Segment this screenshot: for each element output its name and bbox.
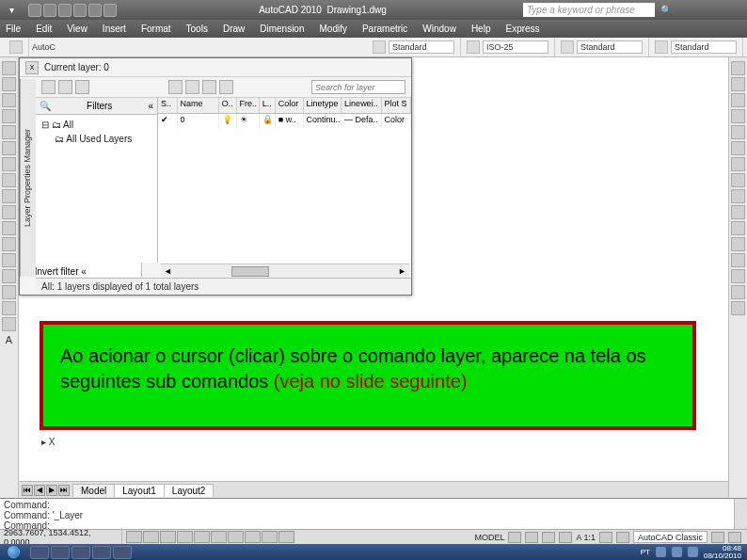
clean-screen-icon[interactable] xyxy=(728,532,741,543)
status-icon-1[interactable] xyxy=(508,532,521,543)
tab-layout1[interactable]: Layout1 xyxy=(114,484,165,497)
tab-last-icon[interactable]: ⏭ xyxy=(58,485,70,496)
layer-row-0[interactable]: ✔ 0 💡 ☀ 🔓 ■ w.. Continu.. — Defa.. Color xyxy=(158,114,411,129)
status-icon-2[interactable] xyxy=(525,532,538,543)
tab-model[interactable]: Model xyxy=(72,484,115,497)
pline-tool-icon[interactable] xyxy=(2,93,16,107)
col-lineweight[interactable]: Linewei.. xyxy=(342,98,381,113)
xline-tool-icon[interactable] xyxy=(2,77,16,91)
table-style-select[interactable]: Standard xyxy=(577,40,643,54)
layer-search-input[interactable] xyxy=(311,80,405,94)
lang-indicator[interactable]: PT xyxy=(641,548,650,556)
menu-draw[interactable]: Draw xyxy=(223,24,245,34)
menu-parametric[interactable]: Parametric xyxy=(362,24,407,34)
tab-prev-icon[interactable]: ◀ xyxy=(34,485,45,496)
tool-icon[interactable] xyxy=(9,40,23,54)
new-filter-icon[interactable] xyxy=(168,80,183,94)
chamfer-tool-icon[interactable] xyxy=(731,269,745,283)
region-tool-icon[interactable] xyxy=(2,301,16,315)
rotate-tool-icon[interactable] xyxy=(731,157,745,171)
menu-express[interactable]: Express xyxy=(505,24,539,34)
table-tool-icon[interactable] xyxy=(2,317,16,331)
filter-all-used[interactable]: 🗂 All Used Layers xyxy=(41,132,151,146)
scale-tool-icon[interactable] xyxy=(731,173,745,187)
line-tool-icon[interactable] xyxy=(2,61,16,75)
dyn-toggle[interactable] xyxy=(245,531,261,543)
ellipse-tool-icon[interactable] xyxy=(2,205,16,219)
spline-tool-icon[interactable] xyxy=(2,189,16,203)
array-tool-icon[interactable] xyxy=(731,125,745,139)
explode-tool-icon[interactable] xyxy=(731,301,745,315)
app-menu-icon[interactable]: ▾ xyxy=(0,5,23,15)
anno-scale-label[interactable]: A 1:1 xyxy=(576,533,596,542)
block-tool-icon[interactable] xyxy=(2,237,16,251)
layer-states-icon[interactable] xyxy=(202,80,216,94)
taskbar-explorer-icon[interactable] xyxy=(51,546,70,559)
text-style-icon[interactable] xyxy=(373,40,386,54)
taskbar-ie-icon[interactable] xyxy=(30,546,49,559)
col-linetype[interactable]: Linetype xyxy=(304,98,342,113)
point-tool-icon[interactable] xyxy=(2,253,16,267)
panel-title-tab[interactable]: Layer Properties Manager xyxy=(20,79,36,277)
workspace-icon[interactable] xyxy=(616,532,629,543)
command-scrollbar[interactable] xyxy=(734,499,747,529)
rect-tool-icon[interactable] xyxy=(2,125,16,139)
new-layer-vp-icon[interactable] xyxy=(58,80,72,94)
tray-vol-icon[interactable] xyxy=(688,547,698,557)
qat-undo-icon[interactable] xyxy=(73,4,87,17)
polar-toggle[interactable] xyxy=(177,531,193,543)
join-tool-icon[interactable] xyxy=(731,253,745,267)
arc-tool-icon[interactable] xyxy=(2,141,16,155)
lock-icon[interactable] xyxy=(559,532,572,543)
otrack-toggle[interactable] xyxy=(211,531,227,543)
qat-save-icon[interactable] xyxy=(58,4,72,17)
refresh-icon[interactable] xyxy=(219,80,233,94)
text-tool-icon[interactable]: A xyxy=(2,333,16,348)
tray-flag-icon[interactable] xyxy=(656,547,666,557)
tab-layout2[interactable]: Layout2 xyxy=(164,484,215,497)
workspace-select[interactable]: AutoCAD Classic xyxy=(633,531,707,543)
stretch-tool-icon[interactable] xyxy=(731,189,745,203)
menu-modify[interactable]: Modify xyxy=(320,24,347,34)
grid-toggle[interactable] xyxy=(143,531,159,543)
truncated-tab[interactable]: AutoC xyxy=(29,42,58,52)
fillet-tool-icon[interactable] xyxy=(731,285,745,299)
offset-tool-icon[interactable] xyxy=(731,109,745,123)
hatch-tool-icon[interactable] xyxy=(2,269,16,283)
anno-vis-icon[interactable] xyxy=(599,532,612,543)
polygon-tool-icon[interactable] xyxy=(2,109,16,123)
menu-help[interactable]: Help xyxy=(471,24,491,34)
menu-edit[interactable]: Edit xyxy=(36,24,52,34)
collapse-filters-icon[interactable]: « xyxy=(148,101,153,111)
mleader-style-icon[interactable] xyxy=(655,40,668,54)
gradient-tool-icon[interactable] xyxy=(2,285,16,299)
erase-tool-icon[interactable] xyxy=(731,61,745,75)
menu-dimension[interactable]: Dimension xyxy=(260,24,304,34)
copy-tool-icon[interactable] xyxy=(731,77,745,91)
col-plotstyle[interactable]: Plot S xyxy=(382,98,412,113)
taskbar-folder-icon[interactable] xyxy=(72,546,90,559)
trim-tool-icon[interactable] xyxy=(731,205,745,219)
col-on[interactable]: O.. xyxy=(219,98,237,113)
text-style-select[interactable]: Standard xyxy=(389,40,454,54)
new-layer-icon[interactable] xyxy=(41,80,56,94)
menu-window[interactable]: Window xyxy=(422,24,456,34)
mirror-tool-icon[interactable] xyxy=(731,93,745,107)
command-line[interactable]: Command: Command: '_Layer Command: xyxy=(0,498,747,529)
snap-toggle[interactable] xyxy=(126,531,142,543)
mleader-style-select[interactable]: Standard xyxy=(671,40,737,54)
layer-grid-scrollbar[interactable]: ◄► xyxy=(161,264,409,278)
circle-tool-icon[interactable] xyxy=(2,157,16,171)
fav-icon[interactable] xyxy=(711,5,724,16)
insert-tool-icon[interactable] xyxy=(2,221,16,235)
start-button[interactable] xyxy=(0,544,26,560)
revcloud-tool-icon[interactable] xyxy=(2,173,16,187)
col-status[interactable]: S.. xyxy=(158,98,178,113)
collapse-invert-icon[interactable]: « xyxy=(81,266,87,277)
dim-style-select[interactable]: ISO-25 xyxy=(483,40,548,54)
break-tool-icon[interactable] xyxy=(731,237,745,251)
col-color[interactable]: Color xyxy=(276,98,304,113)
filter-all[interactable]: ⊟ 🗂 All xyxy=(41,118,151,132)
qp-toggle[interactable] xyxy=(278,531,294,543)
qat-open-icon[interactable] xyxy=(43,4,56,17)
